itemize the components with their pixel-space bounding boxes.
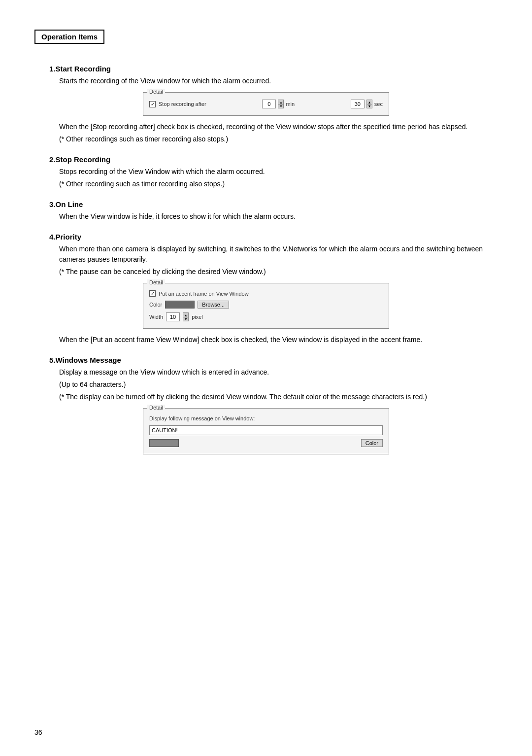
windows-message-detail-legend: Detail bbox=[147, 405, 165, 411]
spinner-group-sec: 30 ▲ ▼ sec bbox=[351, 100, 383, 108]
section-4-after-note: When the [Put an accent frame View Windo… bbox=[59, 335, 498, 345]
section-4-number: 4. bbox=[49, 233, 56, 241]
section-5-note-2: (Up to 64 characters.) bbox=[59, 379, 498, 390]
message-input-field[interactable]: CAUTION! bbox=[149, 425, 383, 435]
message-label-row: Display following message on View window… bbox=[149, 415, 383, 421]
page-number: 36 bbox=[34, 728, 42, 736]
section-3-number: 3. bbox=[49, 200, 56, 208]
width-row: Width 10 ▲ ▼ pixel bbox=[149, 312, 383, 321]
section-4-note-2: (* The pause can be canceled by clicking… bbox=[59, 267, 498, 277]
section-2-note-1: Stops recording of the View Window with … bbox=[59, 167, 498, 177]
section-5-note-3: (* The display can be turned off by clic… bbox=[59, 392, 498, 402]
message-bottom-row: Color bbox=[149, 439, 383, 447]
min-down-arrow[interactable]: ▼ bbox=[278, 104, 284, 108]
operation-items-title: Operation Items bbox=[34, 30, 104, 44]
color-row: Color Browse... bbox=[149, 301, 383, 309]
section-4-title: 4.Priority bbox=[49, 233, 498, 241]
width-spinner-arrows: ▲ ▼ bbox=[183, 312, 189, 321]
message-color-swatch[interactable] bbox=[149, 439, 179, 447]
min-value-input[interactable]: 0 bbox=[262, 100, 276, 108]
section-4-heading: Priority bbox=[56, 233, 82, 241]
accent-frame-checkbox[interactable]: ✓ bbox=[149, 290, 156, 297]
priority-detail-legend: Detail bbox=[147, 279, 165, 285]
message-display-label: Display following message on View window… bbox=[149, 415, 255, 421]
spinner-group-min: 0 ▲ ▼ min bbox=[262, 100, 295, 108]
min-unit: min bbox=[286, 101, 295, 107]
section-3-heading: On Line bbox=[56, 200, 83, 208]
operation-items-section: Operation Items bbox=[34, 30, 498, 54]
section-5-note-1: Display a message on the View window whi… bbox=[59, 367, 498, 378]
section-1-heading: Start Recording bbox=[56, 65, 111, 73]
width-down-arrow[interactable]: ▼ bbox=[183, 317, 189, 321]
stop-recording-checkbox-label: Stop recording after bbox=[159, 101, 206, 107]
section-4-note-1: When more than one camera is displayed b… bbox=[59, 244, 498, 265]
section-3-note-1: When the View window is hide, it forces … bbox=[59, 211, 498, 222]
sec-up-arrow[interactable]: ▲ bbox=[366, 100, 372, 104]
accent-frame-label: Put an accent frame on View Window bbox=[159, 291, 249, 297]
sec-down-arrow[interactable]: ▼ bbox=[366, 104, 372, 108]
section-1-title: 1.Start Recording bbox=[49, 65, 498, 73]
min-up-arrow[interactable]: ▲ bbox=[278, 100, 284, 104]
section-2-number: 2. bbox=[49, 155, 56, 164]
start-recording-detail-legend: Detail bbox=[147, 89, 165, 95]
section-1-note-2: (* Other recordings such as timer record… bbox=[59, 134, 498, 144]
start-recording-detail-row: ✓ Stop recording after 0 ▲ ▼ min 30 ▲ ▼ … bbox=[149, 100, 383, 108]
priority-detail-box: Detail ✓ Put an accent frame on View Win… bbox=[143, 283, 389, 329]
width-up-arrow[interactable]: ▲ bbox=[183, 312, 189, 317]
stop-recording-checkbox[interactable]: ✓ bbox=[149, 101, 156, 107]
start-recording-detail-box: Detail ✓ Stop recording after 0 ▲ ▼ min … bbox=[143, 92, 389, 116]
section-on-line: 3.On Line When the View window is hide, … bbox=[34, 200, 498, 222]
section-windows-message: 5.Windows Message Display a message on t… bbox=[34, 356, 498, 454]
section-5-number: 5. bbox=[49, 356, 56, 364]
section-2-title: 2.Stop Recording bbox=[49, 155, 498, 164]
section-5-title: 5.Windows Message bbox=[49, 356, 498, 364]
section-start-recording: 1.Start Recording Starts the recording o… bbox=[34, 65, 498, 144]
message-color-button[interactable]: Color bbox=[361, 439, 383, 447]
sec-value-input[interactable]: 30 bbox=[351, 100, 365, 108]
browse-button[interactable]: Browse... bbox=[198, 301, 229, 309]
section-1-note-1: When the [Stop recording after] check bo… bbox=[59, 122, 498, 132]
section-2-note-2: (* Other recording such as timer recordi… bbox=[59, 179, 498, 189]
section-1-description: Starts the recording of the View window … bbox=[59, 76, 498, 86]
sec-unit: sec bbox=[374, 101, 383, 107]
section-2-heading: Stop Recording bbox=[56, 155, 111, 164]
section-1-number: 1. bbox=[49, 65, 56, 73]
color-label: Color bbox=[149, 302, 162, 308]
min-spinner-arrows: ▲ ▼ bbox=[278, 100, 284, 108]
pixel-label: pixel bbox=[192, 314, 203, 320]
accent-frame-row: ✓ Put an accent frame on View Window bbox=[149, 290, 383, 297]
width-label: Width bbox=[149, 314, 163, 320]
section-3-title: 3.On Line bbox=[49, 200, 498, 208]
section-stop-recording: 2.Stop Recording Stops recording of the … bbox=[34, 155, 498, 189]
section-5-heading: Windows Message bbox=[56, 356, 121, 364]
windows-message-detail-box: Detail Display following message on View… bbox=[143, 408, 389, 454]
width-value-input[interactable]: 10 bbox=[166, 312, 180, 321]
message-value: CAUTION! bbox=[152, 427, 178, 433]
section-priority: 4.Priority When more than one camera is … bbox=[34, 233, 498, 345]
sec-spinner-arrows: ▲ ▼ bbox=[366, 100, 372, 108]
color-swatch[interactable] bbox=[165, 301, 195, 309]
